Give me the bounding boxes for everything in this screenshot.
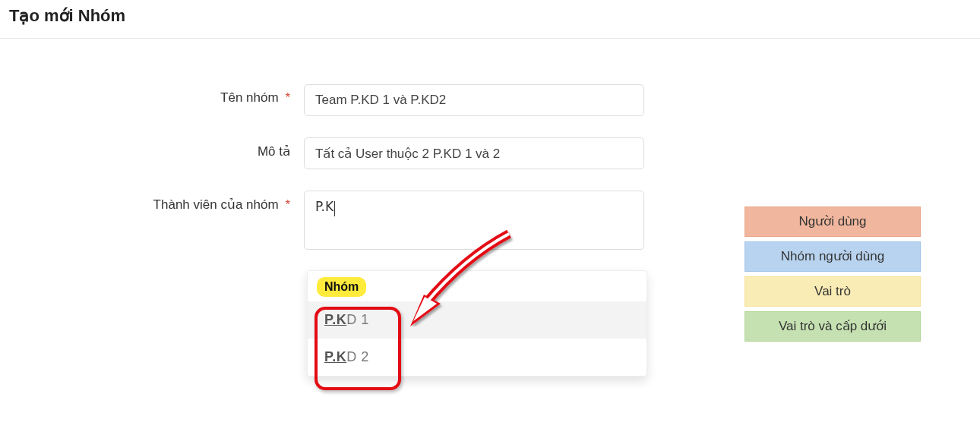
dropdown-item-2-match: P.K [324, 349, 346, 364]
page-title: Tạo mới Nhóm [9, 6, 971, 26]
required-mark: * [285, 90, 290, 105]
text-caret-icon [334, 201, 335, 216]
side-btn-user[interactable]: Người dùng [744, 206, 921, 237]
members-dropdown: Nhóm P.KD 1 P.KD 2 [307, 270, 647, 377]
side-btn-role[interactable]: Vai trò [744, 276, 921, 307]
label-group-name: Tên nhóm * [30, 84, 304, 106]
required-mark: * [285, 197, 290, 212]
dropdown-item-1[interactable]: P.KD 1 [308, 301, 646, 339]
members-multiselect[interactable]: P.K [304, 191, 644, 250]
label-group-name-text: Tên nhóm [220, 90, 279, 105]
label-description: Mô tả [30, 137, 304, 159]
side-btn-user-group[interactable]: Nhóm người dùng [744, 241, 921, 272]
side-button-column: Người dùng Nhóm người dùng Vai trò Vai t… [744, 206, 921, 346]
members-search-text: P.K [315, 199, 334, 214]
label-members: Thành viên của nhóm * [30, 191, 304, 213]
row-description: Mô tả [30, 137, 980, 169]
dropdown-item-1-rest: D 1 [346, 312, 369, 327]
dropdown-item-2-rest: D 2 [346, 349, 369, 364]
label-members-text: Thành viên của nhóm [153, 197, 279, 212]
label-description-text: Mô tả [258, 144, 290, 159]
group-name-input[interactable] [304, 84, 644, 116]
dropdown-item-2[interactable]: P.KD 2 [308, 339, 646, 376]
description-input[interactable] [304, 137, 644, 169]
dropdown-group-header: Nhóm [317, 277, 366, 297]
dropdown-item-1-match: P.K [324, 312, 346, 327]
side-btn-role-sub[interactable]: Vai trò và cấp dưới [744, 311, 921, 342]
row-group-name: Tên nhóm * [30, 84, 980, 116]
